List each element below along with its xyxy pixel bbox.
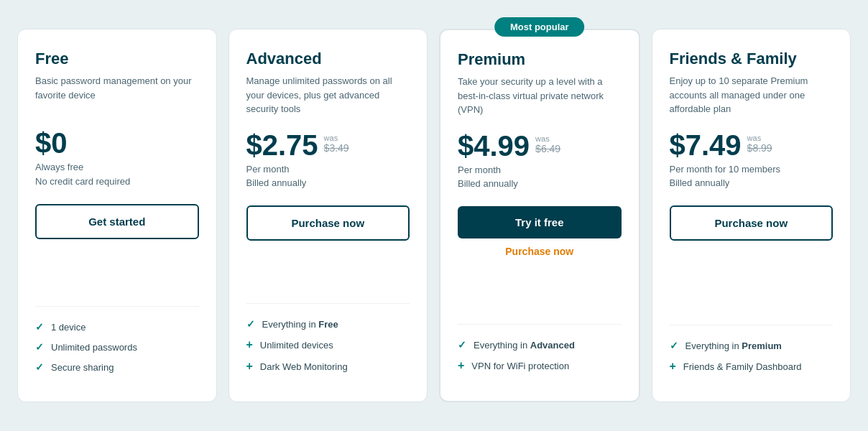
check-icon: ✓ [458, 339, 466, 351]
plus-icon: + [670, 360, 676, 373]
price-note1-friends-family: Per month for 10 members [670, 162, 834, 177]
plan-description-free: Basic password management on your favori… [35, 74, 199, 114]
price-was-amount: $3.49 [324, 142, 349, 154]
features-section-premium: ✓Everything in Advanced+VPN for WiFi pro… [458, 324, 622, 381]
price-was-premium: was $6.49 [535, 131, 560, 154]
feature-item-premium-1: +VPN for WiFi protection [458, 359, 622, 372]
feature-item-friends-family-1: +Friends & Family Dashboard [670, 360, 834, 373]
feature-item-free-2: ✓Secure sharing [35, 361, 199, 373]
feature-text: Everything in Free [262, 319, 338, 330]
plan-description-advanced: Manage unlimited passwords on all your d… [246, 74, 410, 116]
feature-item-premium-0: ✓Everything in Advanced [458, 339, 622, 351]
price-was-label: was [535, 134, 560, 143]
feature-text: Unlimited devices [260, 340, 333, 351]
feature-text: VPN for WiFi protection [471, 361, 569, 371]
price-note1-premium: Per month [458, 163, 622, 177]
check-icon: ✓ [670, 340, 678, 351]
secondary-button-premium[interactable]: Purchase now [458, 246, 622, 257]
plan-name-friends-family: Friends & Family [670, 50, 834, 68]
plus-icon: + [246, 360, 253, 373]
feature-item-free-0: ✓1 device [35, 321, 199, 333]
price-row-advanced: $2.75 was $3.49 [246, 131, 410, 159]
feature-item-friends-family-0: ✓Everything in Premium [670, 340, 834, 351]
spacer [246, 258, 410, 303]
price-note2-free: No credit card required [35, 176, 199, 187]
most-popular-badge: Most popular [494, 17, 585, 37]
primary-button-advanced[interactable]: Purchase now [246, 205, 410, 241]
feature-text: Dark Web Monitoring [260, 361, 348, 372]
check-icon: ✓ [35, 361, 44, 373]
price-note1-free: Always free [35, 160, 199, 175]
price-was-friends-family: was $8.99 [747, 131, 772, 154]
feature-item-advanced-1: +Unlimited devices [246, 338, 410, 351]
features-section-friends-family: ✓Everything in Premium+Friends & Family … [670, 325, 834, 381]
check-icon: ✓ [35, 341, 44, 353]
price-row-friends-family: $7.49 was $8.99 [670, 131, 834, 159]
plus-icon: + [246, 338, 253, 351]
features-section-free: ✓1 device✓Unlimited passwords✓Secure sha… [35, 306, 199, 381]
feature-item-free-1: ✓Unlimited passwords [35, 341, 199, 353]
feature-text: Secure sharing [51, 362, 114, 373]
price-main-free: $0 [35, 129, 68, 157]
button-section-premium: Try it freePurchase now [458, 206, 622, 257]
plus-icon: + [458, 359, 464, 372]
check-icon: ✓ [35, 321, 44, 333]
plan-name-advanced: Advanced [246, 50, 410, 68]
plan-name-premium: Premium [458, 50, 622, 69]
price-row-free: $0 [35, 129, 199, 157]
button-section-friends-family: Purchase now [670, 205, 834, 241]
price-was-label: was [324, 134, 349, 142]
pricing-container: FreeBasic password management on your fa… [17, 29, 851, 402]
spacer [458, 274, 622, 324]
plan-card-free: FreeBasic password management on your fa… [17, 29, 217, 402]
price-was-amount: $6.49 [535, 143, 560, 154]
price-note2-premium: Billed annually [458, 178, 622, 189]
plan-card-premium: Most popularPremiumTake your security up… [439, 29, 640, 402]
feature-text: Everything in Premium [685, 340, 782, 351]
price-main-friends-family: $7.49 [670, 131, 742, 159]
feature-text: Unlimited passwords [51, 342, 137, 353]
feature-item-advanced-2: +Dark Web Monitoring [246, 360, 410, 373]
price-note2-advanced: Billed annually [246, 177, 410, 188]
spacer [670, 258, 834, 325]
price-row-premium: $4.99 was $6.49 [458, 131, 622, 160]
button-section-free: Get started [35, 204, 199, 239]
primary-button-premium[interactable]: Try it free [458, 206, 622, 238]
check-icon: ✓ [246, 318, 255, 330]
price-was-amount: $8.99 [747, 142, 772, 154]
feature-text: Friends & Family Dashboard [683, 361, 802, 372]
plan-card-advanced: AdvancedManage unlimited passwords on al… [228, 29, 428, 402]
price-note2-friends-family: Billed annually [670, 177, 834, 188]
price-was-label: was [747, 134, 772, 142]
plan-description-premium: Take your security up a level with a bes… [458, 75, 622, 117]
plan-name-free: Free [35, 50, 199, 68]
plan-card-friends-family: Friends & FamilyEnjoy up to 10 separate … [652, 29, 851, 402]
button-section-advanced: Purchase now [246, 205, 410, 241]
plan-description-friends-family: Enjoy up to 10 separate Premium accounts… [670, 74, 834, 116]
feature-text: Everything in Advanced [474, 340, 575, 351]
primary-button-friends-family[interactable]: Purchase now [670, 205, 834, 241]
spacer [35, 256, 199, 307]
feature-item-advanced-0: ✓Everything in Free [246, 318, 410, 330]
feature-text: 1 device [51, 322, 86, 333]
price-main-advanced: $2.75 [246, 131, 318, 159]
price-note1-advanced: Per month [246, 162, 410, 177]
price-main-premium: $4.99 [458, 131, 530, 160]
primary-button-free[interactable]: Get started [35, 204, 199, 239]
features-section-advanced: ✓Everything in Free+Unlimited devices+Da… [246, 303, 410, 381]
price-was-advanced: was $3.49 [324, 131, 349, 154]
